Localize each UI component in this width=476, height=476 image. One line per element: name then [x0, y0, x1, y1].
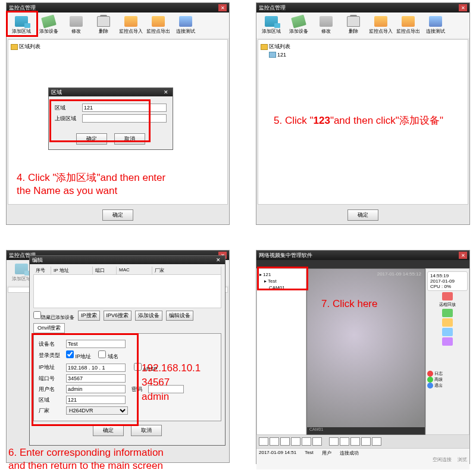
- add-device-button[interactable]: 添加设备: [285, 15, 312, 36]
- side-exit[interactable]: 退出: [427, 383, 468, 389]
- tree-cam01[interactable]: CAM01: [259, 284, 303, 291]
- vendor-select[interactable]: H264DVR: [66, 406, 128, 415]
- add-device-button[interactable]: 添加设备: [135, 311, 162, 321]
- dialog-cancel-button[interactable]: 取消: [131, 425, 162, 436]
- edit-device-button[interactable]: 编辑设备: [166, 311, 193, 321]
- ip-search-button[interactable]: IP搜索: [78, 311, 100, 321]
- side-advanced[interactable]: 高级: [427, 377, 468, 383]
- close-icon[interactable]: ✕: [459, 252, 467, 259]
- snapshot-button[interactable]: [340, 437, 349, 446]
- test-button[interactable]: 连接测试: [422, 15, 449, 36]
- test-icon: [429, 16, 442, 27]
- tree-root[interactable]: 区域列表: [261, 42, 465, 51]
- dialog-cancel-button[interactable]: 取消: [114, 133, 145, 145]
- player-device-tree: ▸ 121 ▸ Test CAM01: [256, 268, 306, 435]
- footer-browse: 浏览: [458, 457, 467, 462]
- folder-icon: [261, 44, 268, 50]
- ip-checkbox[interactable]: IP地址: [66, 350, 93, 361]
- tree-test[interactable]: ▸ Test: [259, 278, 303, 284]
- layout-36-button[interactable]: [312, 437, 322, 446]
- layout-25-button[interactable]: [302, 437, 311, 446]
- import-button[interactable]: 监控点导入: [367, 15, 394, 36]
- annotation-step5: 5. Click "123"and then click"添加设备": [274, 114, 443, 127]
- device-list[interactable]: [33, 275, 221, 308]
- ip-input[interactable]: [66, 364, 126, 372]
- import-button[interactable]: 监控点导入: [117, 15, 145, 36]
- area-icon: [265, 16, 278, 27]
- viewport-tab: CAM01: [307, 427, 425, 434]
- window-title: 监控点管理: [259, 4, 286, 12]
- export-icon: [152, 16, 165, 27]
- close-icon[interactable]: ✕: [162, 89, 170, 95]
- tree-root[interactable]: 区域列表: [11, 42, 225, 51]
- device-list-header: 序号 IP 地址 端口 MAC 厂家: [33, 267, 221, 275]
- overlay-timestamp: 2017-01-09 14:55:12: [377, 271, 421, 277]
- footer-idle: 空闲连接: [433, 457, 452, 462]
- record-icon[interactable]: [442, 292, 453, 300]
- export-button[interactable]: 监控点导出: [145, 15, 172, 36]
- modify-icon: [320, 16, 333, 27]
- modify-icon: [70, 16, 83, 27]
- parent-input[interactable]: [82, 114, 167, 123]
- trash-icon: [97, 16, 110, 27]
- hide-added-checkbox[interactable]: 隐藏已添加设备: [33, 311, 74, 321]
- ipv6-search-button[interactable]: IPV6搜索: [104, 311, 132, 321]
- close-icon[interactable]: ✕: [459, 4, 467, 11]
- onvif-tab[interactable]: Onvif搜索: [33, 323, 65, 333]
- area-input[interactable]: [82, 104, 167, 112]
- layout-16-button[interactable]: [291, 437, 300, 446]
- test-button[interactable]: 连接测试: [172, 15, 199, 36]
- domain-checkbox[interactable]: 域名: [98, 350, 126, 361]
- test-icon: [179, 16, 192, 27]
- dialog-ok-button[interactable]: 确定: [93, 425, 124, 436]
- record-button[interactable]: [361, 437, 371, 446]
- log-icon[interactable]: [442, 309, 453, 317]
- vendor-label: 厂家: [39, 407, 66, 415]
- user-input[interactable]: [66, 385, 126, 393]
- devname-input[interactable]: [66, 340, 126, 348]
- export-button[interactable]: 监控点导出: [394, 15, 422, 36]
- log-user: 用户: [322, 450, 331, 456]
- device-dialog: 编辑 ✕ 序号 IP 地址 端口 MAC 厂家 隐藏已添加设备 IP搜索 IPV…: [29, 255, 226, 446]
- delete-button[interactable]: 删除: [90, 15, 117, 36]
- hint-port: 34567: [142, 376, 170, 389]
- dialog-title: 区域: [51, 89, 62, 96]
- settings-icon[interactable]: [442, 328, 453, 336]
- video-viewport[interactable]: 2017-01-09 14:55:12 CAM01: [306, 268, 425, 435]
- layout-1-button[interactable]: [259, 437, 268, 446]
- modify-button[interactable]: 修改: [312, 15, 340, 36]
- fullscreen-button[interactable]: [329, 437, 339, 446]
- add-area-button[interactable]: 添加区域: [8, 15, 35, 36]
- add-area-button[interactable]: 添加区域: [258, 15, 285, 36]
- titlebar: 监控点管理 ✕: [7, 3, 229, 12]
- layout-4-button[interactable]: [270, 437, 279, 446]
- add-device-button[interactable]: 添加设备: [35, 15, 62, 36]
- ok-button[interactable]: 确定: [347, 209, 378, 221]
- player-controls: [256, 435, 469, 448]
- close-icon[interactable]: ✕: [214, 257, 223, 263]
- devarea-input[interactable]: [66, 396, 126, 404]
- audio-button[interactable]: [372, 437, 381, 446]
- side-log[interactable]: 日志: [427, 371, 468, 377]
- modify-button[interactable]: 修改: [62, 15, 90, 36]
- player-side-panel: 14:55:19 2017-01-09 CPU : 0% 远程回放 日志 高级 …: [425, 268, 469, 435]
- port-input[interactable]: [66, 374, 126, 383]
- stop-button[interactable]: [350, 437, 360, 446]
- player-window: 网络视频集中管理软件 ✕ ▸ 121 ▸ Test CAM01 2017-01-…: [256, 250, 470, 464]
- tree-node-121[interactable]: 121: [261, 51, 465, 58]
- log-date: 2017-01-09 14:51: [259, 450, 296, 456]
- dialog-title: 编辑: [32, 256, 43, 264]
- close-icon[interactable]: ✕: [218, 4, 227, 11]
- dialog-ok-button[interactable]: 确定: [76, 133, 107, 145]
- layout-9-button[interactable]: [280, 437, 290, 446]
- annotation-step6: 6. Enter corresponding information and t…: [8, 446, 164, 472]
- tree-root[interactable]: ▸ 121: [259, 271, 303, 278]
- ok-button[interactable]: 确定: [102, 209, 133, 221]
- advanced-icon[interactable]: [442, 318, 453, 327]
- log-status: 连接成功: [340, 450, 359, 456]
- ptz-icon[interactable]: [442, 337, 453, 346]
- parent-label: 上级区域: [55, 115, 82, 123]
- area-label: 区域: [55, 104, 82, 112]
- export-icon: [402, 16, 415, 27]
- delete-button[interactable]: 删除: [340, 15, 367, 36]
